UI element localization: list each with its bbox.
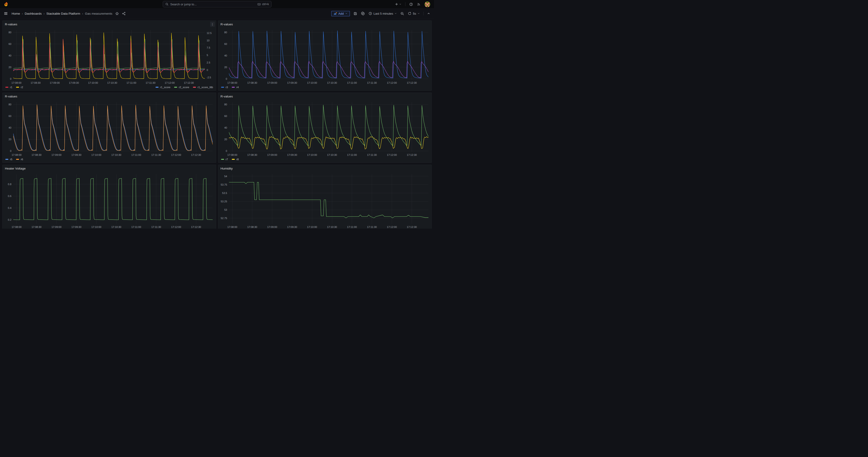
legend-item-r1_score_lttb[interactable]: r1_score_lttb [193,86,213,89]
legend-swatch [221,87,224,88]
x-tick-label: 17:10:00 [307,82,317,84]
chevron-down-icon [399,3,401,5]
panel-r-values-1: R-values ⋮ 17:08:0017:08:3017:09:0017:09… [2,21,216,91]
favorite-button[interactable] [115,12,119,16]
breadcrumb-home[interactable]: Home [11,12,20,16]
y-tick-label: 60 [9,42,11,45]
y-tick-label: 0 [225,78,227,80]
time-series-chart[interactable]: 17:08:0017:08:3017:09:0017:09:3017:10:00… [3,28,216,85]
chevron-down-icon [345,12,347,14]
legend-swatch [16,87,19,88]
y2-tick-label: 2.5 [207,61,210,64]
panel-r-values-3: R-values 17:08:0017:08:3017:09:0017:09:3… [2,93,216,163]
y-tick-label: 80 [9,103,11,106]
y-tick-label: 0.4 [8,207,11,209]
y-tick-label: 53 [224,208,227,211]
x-tick-label: 17:09:30 [71,225,81,228]
news-button[interactable] [417,2,421,6]
user-avatar[interactable] [425,1,430,7]
legend-label: r5 [10,158,12,161]
panel-title[interactable]: R-values [221,95,233,98]
panel-title[interactable]: R-values [5,23,17,26]
x-tick-label: 17:10:30 [111,225,121,228]
time-series-chart[interactable]: 17:08:0017:08:3017:09:0017:09:3017:10:00… [3,172,216,228]
menu-icon [4,11,8,16]
plus-icon [395,2,398,6]
panel-header: R-values ⋮ [3,21,216,28]
refresh-picker[interactable]: 5s [408,12,420,16]
zoom-out-button[interactable] [400,12,404,16]
legend-item-r6[interactable]: r6 [16,158,23,161]
series-line-r7 [223,105,432,146]
help-button[interactable] [409,2,413,6]
legend-item-r2_score[interactable]: r2_score [174,86,189,89]
refresh-icon [408,12,411,16]
x-tick-label: 17:09:00 [267,153,277,156]
share-button[interactable] [122,12,126,16]
x-tick-label: 17:10:30 [107,82,117,84]
x-tick-label: 17:11:00 [131,153,141,156]
panel-title[interactable]: Humidity [221,167,233,170]
time-series-chart[interactable]: 17:08:0017:08:3017:09:0017:09:3017:10:00… [218,172,432,228]
x-tick-label: 17:08:30 [247,82,257,84]
save-dashboard-button[interactable] [353,12,357,16]
legend-item-r5[interactable]: r5 [5,158,12,161]
breadcrumb-separator: › [43,12,44,16]
divider [405,2,405,6]
panel-r-values-4: R-values 17:08:0017:08:3017:09:0017:09:3… [218,93,432,163]
x-tick-label: 17:11:00 [347,82,357,84]
legend-item-r2[interactable]: r2 [16,86,23,89]
y-tick-label: 53.25 [221,200,227,203]
time-range-picker[interactable]: Last 5 minutes [368,12,397,16]
y-tick-label: 60 [224,42,227,45]
x-tick-label: 17:11:00 [347,225,357,228]
legend-item-r1_score[interactable]: r1_score [156,86,170,89]
panel-menu-button[interactable]: ⋮ [210,22,215,27]
chart-canvas: 17:08:0017:08:3017:09:0017:09:3017:10:00… [3,172,216,228]
y2-tick-label: 5 [207,54,208,57]
legend-item-r8[interactable]: r8 [232,158,239,161]
legend-label: r2 [21,86,23,89]
avatar-image [425,1,430,7]
time-series-chart[interactable]: 17:08:0017:08:3017:09:0017:09:3017:10:00… [3,100,216,157]
legend-item-r1[interactable]: r1 [5,86,12,89]
legend-item-r4[interactable]: r4 [232,86,239,89]
new-menu-button[interactable] [395,2,401,6]
add-panel-button[interactable]: Add [331,11,350,16]
legend-label: r2_score [179,86,189,89]
grafana-logo-icon[interactable] [3,1,9,7]
breadcrumb-separator: › [82,12,83,16]
panel-title[interactable]: Heater Voltage [5,167,26,170]
breadcrumb: Home › Dashboards › Stackable Data Platf… [11,12,112,16]
panel-title[interactable]: R-values [221,23,233,26]
chart-canvas: 17:08:0017:08:3017:09:0017:09:3017:10:00… [3,28,216,85]
collapse-toolbar-button[interactable] [427,12,430,15]
search-input[interactable]: Search or jump to... ctrl+k [163,1,272,7]
legend-label: r3 [226,86,228,89]
dashboard-settings-button[interactable] [361,11,365,16]
time-series-chart[interactable]: 17:08:0017:08:3017:09:0017:09:3017:10:00… [218,100,432,157]
divider [423,12,424,16]
legend-label: r8 [237,158,239,161]
y-tick-label: 40 [9,54,11,57]
x-tick-label: 17:09:30 [287,225,297,228]
mega-menu-toggle[interactable] [4,11,8,16]
panel-title[interactable]: R-values [5,95,17,98]
x-tick-label: 17:09:30 [69,82,79,84]
x-tick-label: 17:12:30 [407,153,417,156]
x-tick-label: 17:11:30 [151,153,161,156]
breadcrumb-folder[interactable]: Stackable Data Platform [46,12,81,16]
x-tick-label: 17:08:00 [11,82,21,84]
breadcrumb-dashboards[interactable]: Dashboards [25,12,41,16]
save-icon [353,12,357,16]
panel-header: R-values [218,93,432,100]
legend-swatch [221,159,224,160]
legend-item-r7[interactable]: r7 [221,158,228,161]
grafana-flame [3,1,9,7]
legend-swatch [232,159,235,160]
top-bar: Search or jump to... ctrl+k [0,0,434,9]
legend-item-r3[interactable]: r3 [221,86,228,89]
x-tick-label: 17:12:30 [184,82,194,84]
x-tick-label: 17:08:00 [227,82,237,84]
time-series-chart[interactable]: 17:08:0017:08:3017:09:0017:09:3017:10:00… [218,28,432,85]
